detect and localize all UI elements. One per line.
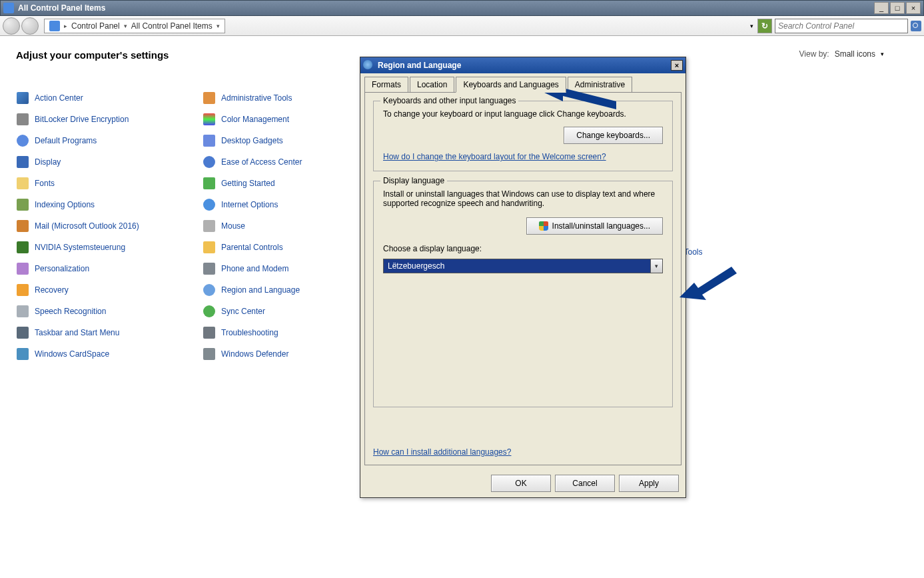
dialog-title: Region and Language [378, 61, 671, 70]
apply-button[interactable]: Apply [619, 475, 679, 492]
cp-item[interactable]: Mail (Microsoft Outlook 2016) [16, 215, 203, 237]
window-title: All Control Panel Items [18, 3, 874, 13]
cp-item[interactable]: Recovery [16, 279, 203, 301]
install-button-label: Install/uninstall languages... [552, 221, 650, 231]
tab-bar: Formats Location Keyboards and Languages… [360, 73, 686, 92]
cp-item-label: Indexing Options [35, 200, 95, 209]
display-language-groupbox: Display language Install or uninstall la… [373, 181, 673, 407]
cp-item-label: Windows CardSpace [35, 349, 109, 359]
cp-item-icon [16, 113, 29, 126]
chevron-down-icon[interactable]: ▾ [124, 23, 127, 29]
cp-item-icon [16, 134, 29, 147]
keyboards-groupbox: Keyboards and other input languages To c… [373, 101, 673, 171]
tab-administrative[interactable]: Administrative [568, 77, 632, 93]
chevron-right-icon[interactable]: ▸ [64, 23, 67, 29]
cp-item[interactable]: Fonts [16, 173, 203, 194]
install-additional-link[interactable]: How can I install additional languages? [373, 447, 511, 457]
cp-item-icon [203, 241, 216, 254]
choose-language-label: Choose a display language: [383, 244, 663, 253]
cp-item-icon [203, 305, 216, 318]
refresh-icon: ↻ [761, 21, 768, 31]
cp-item-icon [203, 262, 216, 275]
back-button[interactable] [3, 17, 20, 35]
cp-item-icon [203, 219, 216, 233]
cp-item-label: Troubleshooting [221, 328, 278, 337]
cp-item[interactable]: Personalization [16, 258, 203, 279]
search-input[interactable] [778, 21, 905, 31]
display-language-select[interactable]: Lëtzebuergesch ▾ [383, 259, 663, 273]
minimize-button[interactable]: _ [874, 2, 889, 14]
cp-item-label: Fonts [35, 179, 55, 188]
groupbox-text: Install or uninstall languages that Wind… [383, 189, 663, 208]
globe-icon [363, 60, 374, 71]
chevron-down-icon[interactable]: ▾ [217, 23, 220, 29]
maximize-button[interactable]: □ [890, 2, 905, 14]
refresh-button[interactable]: ↻ [757, 19, 772, 33]
cp-item-label: Parental Controls [221, 243, 283, 252]
view-by-selector[interactable]: View by: Small icons ▾ [799, 49, 885, 59]
forward-button[interactable] [21, 17, 39, 35]
cp-item-label: Personalization [35, 264, 89, 273]
cp-item-icon [203, 91, 216, 105]
cp-item[interactable]: Indexing Options [16, 194, 203, 215]
cp-item-icon [203, 177, 216, 190]
cp-item[interactable]: Default Programs [16, 130, 203, 151]
cp-item-icon [203, 347, 216, 361]
chevron-down-icon[interactable]: ▾ [750, 23, 753, 29]
cp-item[interactable]: Action Center [16, 87, 203, 109]
cp-item[interactable]: Speech Recognition [16, 301, 203, 322]
cp-item-icon [16, 283, 29, 297]
dialog-close-button[interactable]: × [671, 60, 683, 71]
chevron-down-icon[interactable]: ▾ [650, 259, 662, 273]
control-panel-icon [3, 3, 14, 13]
cp-item[interactable]: Display [16, 151, 203, 173]
cp-item-icon [203, 326, 216, 339]
cp-item-label: Mouse [221, 221, 245, 231]
shield-icon [539, 221, 548, 231]
cp-item-label: Windows Defender [221, 349, 288, 359]
cp-item-icon [203, 113, 216, 126]
tab-formats[interactable]: Formats [364, 77, 408, 93]
cp-item-label: Internet Options [221, 200, 278, 209]
cp-item[interactable]: Windows CardSpace [16, 343, 203, 365]
cp-item-icon [16, 91, 29, 105]
main-window-titlebar: All Control Panel Items _ □ × [0, 0, 924, 16]
cp-item[interactable]: NVIDIA Systemsteuerung [16, 237, 203, 258]
cp-item-icon [203, 283, 216, 297]
cp-item-label: Default Programs [35, 136, 97, 145]
cp-item[interactable]: Taskbar and Start Menu [16, 322, 203, 343]
navigation-bar: ▸ Control Panel ▾ All Control Panel Item… [0, 16, 924, 36]
cp-item[interactable]: BitLocker Drive Encryption [16, 109, 203, 130]
close-button[interactable]: × [906, 2, 921, 14]
breadcrumb-item[interactable]: Control Panel [71, 21, 120, 31]
cp-item-icon [16, 198, 29, 211]
dialog-titlebar[interactable]: Region and Language × [360, 57, 686, 73]
cp-item-icon [203, 155, 216, 169]
cp-item-label: BitLocker Drive Encryption [35, 115, 129, 124]
cp-item-label: Desktop Gadgets [221, 136, 283, 145]
breadcrumb[interactable]: ▸ Control Panel ▾ All Control Panel Item… [44, 19, 225, 33]
tab-keyboards-languages[interactable]: Keyboards and Languages [456, 77, 566, 93]
cp-item-label: Action Center [35, 93, 83, 103]
cp-item-icon [16, 326, 29, 339]
search-icon[interactable] [911, 21, 921, 31]
cp-item-label: NVIDIA Systemsteuerung [35, 243, 125, 252]
cp-item-label: Sync Center [221, 307, 265, 316]
tab-location[interactable]: Location [410, 77, 454, 93]
cancel-button[interactable]: Cancel [555, 475, 615, 492]
chevron-down-icon[interactable]: ▾ [881, 51, 884, 57]
selected-language: Lëtzebuergesch [388, 261, 444, 271]
cp-item-label: Mail (Microsoft Outlook 2016) [35, 221, 139, 231]
cp-item-icon [16, 305, 29, 318]
cp-item-label: Ease of Access Center [221, 157, 302, 167]
install-languages-button[interactable]: Install/uninstall languages... [526, 217, 663, 235]
cp-item-label: Speech Recognition [35, 307, 106, 316]
view-by-value[interactable]: Small icons [835, 49, 875, 59]
groupbox-text: To change your keyboard or input languag… [383, 109, 663, 119]
cp-item-icon [16, 241, 29, 254]
search-box[interactable] [775, 19, 908, 33]
change-keyboards-button[interactable]: Change keyboards... [564, 127, 663, 144]
breadcrumb-item[interactable]: All Control Panel Items [131, 21, 213, 31]
ok-button[interactable]: OK [491, 475, 551, 492]
welcome-screen-link[interactable]: How do I change the keyboard layout for … [383, 152, 606, 161]
